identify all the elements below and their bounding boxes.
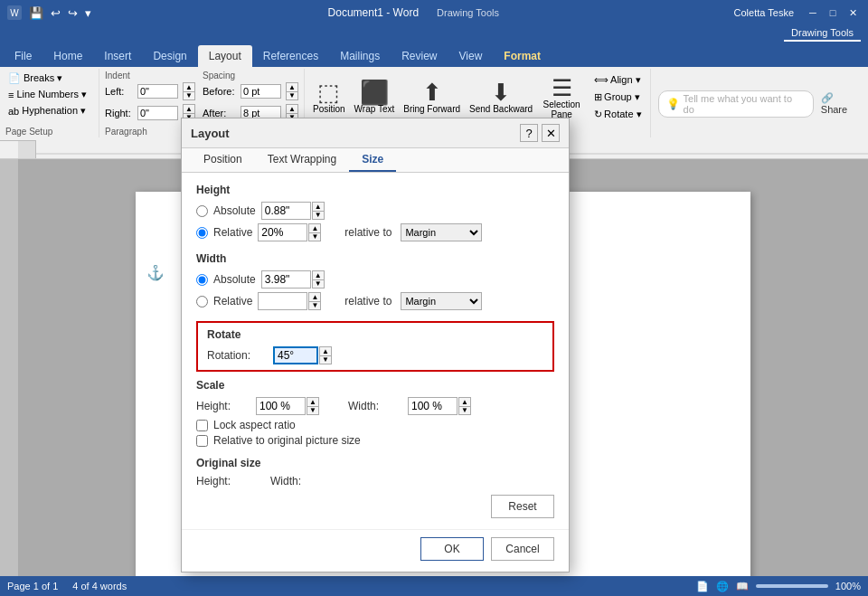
tab-review[interactable]: Review (391, 45, 448, 67)
wrap-text-button[interactable]: ⬛ Wrap Text (352, 79, 398, 116)
position-button[interactable]: ⬚ Position (310, 79, 348, 116)
undo-button[interactable]: ↩ (49, 6, 62, 20)
width-abs-down[interactable]: ▼ (312, 279, 325, 289)
send-backward-button[interactable]: ⬇ Send Backward (467, 79, 535, 116)
width-absolute-input[interactable] (261, 270, 311, 289)
hyphenation-button[interactable]: ab Hyphenation ▾ (5, 103, 89, 118)
ok-button[interactable]: OK (420, 537, 484, 561)
indent-left-up[interactable]: ▲ (183, 82, 195, 91)
relative-original-checkbox[interactable] (196, 435, 208, 447)
rotation-up[interactable]: ▲ (319, 346, 332, 355)
cancel-button[interactable]: Cancel (491, 537, 554, 561)
tell-me-input-wrapper[interactable]: 💡 Tell me what you want to do (658, 90, 814, 118)
scale-width-up[interactable]: ▲ (458, 397, 471, 406)
view-web-icon[interactable]: 🌐 (716, 581, 729, 592)
lock-aspect-checkbox[interactable] (196, 420, 208, 431)
width-rel-up[interactable]: ▲ (308, 292, 321, 301)
dialog-tab-size[interactable]: Size (349, 148, 396, 172)
layout-dialog: Layout ? ✕ Position Text Wrapping Size H… (181, 118, 570, 572)
original-size-title: Original size (196, 457, 554, 469)
tab-format[interactable]: Format (493, 45, 552, 67)
height-absolute-input[interactable] (261, 202, 311, 220)
scale-width-down[interactable]: ▼ (458, 406, 471, 415)
selection-pane-button[interactable]: ☰ Selection Pane (539, 74, 584, 121)
tab-insert[interactable]: Insert (93, 45, 142, 67)
width-absolute-radio[interactable] (196, 274, 208, 286)
align-button[interactable]: ⟺ Align ▾ (591, 72, 644, 88)
rotate-button[interactable]: ↻ Rotate ▾ (591, 107, 644, 122)
width-abs-up[interactable]: ▲ (312, 270, 325, 279)
tab-references[interactable]: References (252, 45, 329, 67)
height-abs-down[interactable]: ▼ (312, 211, 325, 220)
dialog-title-bar: Layout ? ✕ (182, 118, 569, 148)
reset-button[interactable]: Reset (491, 495, 554, 518)
rotation-row: Rotation: ▲ ▼ (207, 346, 543, 364)
zoom-slider[interactable] (756, 584, 828, 588)
scale-row: Height: ▲ ▼ Width: ▲ ▼ (196, 397, 554, 415)
spacing-before-down[interactable]: ▼ (286, 91, 298, 100)
spacing-before-up[interactable]: ▲ (286, 82, 298, 91)
height-rel-down[interactable]: ▼ (308, 232, 321, 241)
user-name: Coletta Teske (734, 7, 794, 18)
width-relative-input[interactable] (258, 292, 307, 310)
line-numbers-button[interactable]: ≡ Line Numbers ▾ (5, 87, 90, 102)
share-button[interactable]: 🔗 Share (821, 92, 861, 115)
tab-mailings[interactable]: Mailings (329, 45, 391, 67)
tab-view[interactable]: View (448, 45, 494, 67)
tab-design[interactable]: Design (142, 45, 197, 67)
rotation-down[interactable]: ▼ (319, 355, 332, 364)
view-read-icon[interactable]: 📖 (736, 581, 749, 592)
height-relative-to-select[interactable]: Margin Page (401, 223, 482, 241)
indent-right-up[interactable]: ▲ (183, 104, 195, 113)
zoom-level: 100% (835, 581, 861, 591)
original-height-label: Height: (196, 475, 231, 487)
dialog-body: Height Absolute ▲ ▼ Relative (182, 173, 569, 529)
scale-width-input[interactable] (408, 397, 458, 415)
original-height-group: Height: (196, 475, 234, 487)
status-left: Page 1 of 1 4 of 4 words (7, 581, 127, 591)
maximize-button[interactable]: □ (825, 5, 841, 21)
close-button[interactable]: ✕ (844, 5, 861, 21)
height-relative-label: Relative (213, 226, 252, 239)
breaks-button[interactable]: 📄 Breaks ▾ (5, 71, 65, 86)
height-relative-input[interactable] (258, 223, 307, 241)
width-rel-down[interactable]: ▼ (308, 301, 321, 310)
bring-forward-button[interactable]: ⬆ Bring Forward (401, 79, 463, 116)
redo-button[interactable]: ↪ (66, 6, 80, 20)
indent-left-input[interactable] (137, 84, 178, 99)
width-relative-radio[interactable] (196, 296, 208, 307)
word-icon: W (7, 5, 22, 20)
scale-height-input[interactable] (256, 397, 306, 415)
scale-section-title: Scale (196, 379, 554, 392)
original-size-row: Height: Width: (196, 475, 554, 487)
drawing-tools-label: Drawing Tools (784, 25, 861, 42)
rotation-input[interactable] (273, 346, 318, 364)
scale-height-up[interactable]: ▲ (307, 397, 319, 406)
status-bar: Page 1 of 1 4 of 4 words 📄 🌐 📖 100% (0, 576, 868, 596)
height-relative-radio[interactable] (196, 227, 208, 239)
lock-aspect-row: Lock aspect ratio (196, 419, 554, 431)
height-rel-up[interactable]: ▲ (308, 223, 321, 232)
dialog-title: Layout (191, 127, 230, 140)
group-button[interactable]: ⊞ Group ▾ (591, 90, 644, 105)
width-relative-to-select[interactable]: Margin Page (401, 292, 482, 310)
height-abs-up[interactable]: ▲ (312, 202, 325, 211)
tab-home[interactable]: Home (42, 45, 93, 67)
minimize-button[interactable]: ─ (805, 5, 821, 21)
customize-button[interactable]: ▾ (83, 6, 93, 20)
tab-file[interactable]: File (4, 45, 42, 67)
scale-height-down[interactable]: ▼ (307, 406, 319, 415)
height-absolute-radio[interactable] (196, 205, 208, 217)
view-print-icon[interactable]: 📄 (696, 581, 709, 592)
title-bar-right: Coletta Teske ─ □ ✕ (734, 5, 861, 21)
indent-left-down[interactable]: ▼ (183, 91, 195, 100)
indent-right-input[interactable] (137, 106, 178, 120)
spacing-after-up[interactable]: ▲ (286, 104, 298, 113)
dialog-help-button[interactable]: ? (520, 124, 538, 142)
save-button[interactable]: 💾 (27, 6, 45, 20)
dialog-close-button[interactable]: ✕ (542, 124, 560, 142)
tab-layout[interactable]: Layout (198, 45, 252, 67)
dialog-tab-position[interactable]: Position (191, 148, 255, 172)
spacing-before-input[interactable] (241, 84, 281, 99)
dialog-tab-text-wrapping[interactable]: Text Wrapping (255, 148, 349, 172)
